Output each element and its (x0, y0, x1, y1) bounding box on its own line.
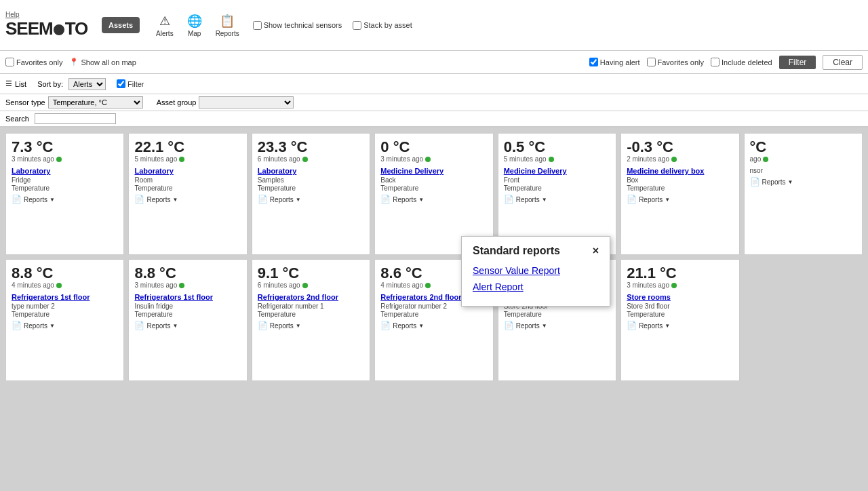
card-sensor-type: Temperature (504, 311, 610, 318)
reports-doc-icon: 📄 (627, 195, 637, 204)
card-location-link[interactable]: Refrigerators 1st floor (12, 293, 118, 301)
card-sensor-type: Temperature (380, 311, 487, 318)
reports-dropdown-button[interactable]: 📄 Reports ▼ (380, 195, 424, 204)
filter-checkbox-label[interactable]: Filter (117, 79, 144, 88)
reports-dropdown-button[interactable]: 📄 Reports ▼ (504, 195, 547, 204)
include-deleted-checkbox[interactable] (711, 58, 719, 66)
reports-chevron-icon: ▼ (172, 323, 178, 329)
reports-label: Reports (146, 196, 170, 203)
list-icon: ☰ (5, 79, 12, 88)
favorites-only-label[interactable]: Favorites only (5, 58, 62, 66)
card-location-link[interactable]: Laboratory (258, 167, 364, 175)
card-sublocation: Refrigerator number 1 (258, 302, 364, 310)
reports-doc-icon: 📄 (258, 321, 268, 330)
sortby-select[interactable]: Alerts (68, 78, 106, 90)
reports-dropdown-button[interactable]: 📄 Reports ▼ (627, 321, 670, 330)
reports-dropdown-button[interactable]: 📄 Reports ▼ (627, 195, 670, 204)
help-link[interactable]: Help (5, 11, 20, 18)
card-location-link[interactable]: Laboratory (134, 167, 241, 175)
favorites-only2-checkbox[interactable] (647, 58, 656, 66)
favorites-only2-label[interactable]: Favorites only (647, 58, 704, 66)
status-dot (56, 157, 62, 162)
reports-label: Reports (639, 196, 663, 203)
asset-card: 9.1 °C 6 minutes ago Refrigerators 2nd f… (252, 259, 370, 381)
filter-button[interactable]: Filter (779, 56, 816, 69)
reports-label: Reports (270, 322, 294, 330)
card-location-link[interactable]: Medicine delivery box (627, 167, 733, 175)
card-sublocation: Room (134, 176, 241, 184)
filter-row2: ☰ List Sort by: Alerts Filter (0, 74, 868, 94)
alerts-nav-button[interactable]: ⚠ Alerts (151, 11, 179, 40)
reports-dropdown-button[interactable]: 📄 Reports ▼ (380, 321, 424, 330)
show-technical-checkbox[interactable] (253, 21, 262, 30)
card-location-link[interactable]: Store rooms (627, 293, 733, 301)
reports-doc-icon: 📄 (380, 321, 391, 330)
asset-card: 7.3 °C 3 minutes ago Laboratory Fridge T… (5, 133, 124, 255)
reports-nav-button[interactable]: 📋 Reports (210, 11, 245, 40)
reports-dropdown-button[interactable]: 📄 Reports ▼ (134, 195, 178, 204)
card-sensor-type: Temperature (627, 311, 733, 318)
reports-doc-icon: 📄 (12, 195, 22, 204)
sensor-type-select[interactable]: Temperature, °C (48, 96, 143, 109)
card-sublocation: Box (627, 176, 733, 184)
reports-dropdown-button[interactable]: 📄 Reports ▼ (504, 321, 547, 330)
stack-by-asset-checkbox-label[interactable]: Stack by asset (353, 21, 412, 30)
card-temperature: 23.3 °C (258, 139, 364, 155)
reports-popup: Standard reports × Sensor Value Report A… (461, 236, 610, 307)
filter-row3: Sensor type Temperature, °C Asset group (0, 94, 868, 111)
card-sensor-type: Temperature (504, 184, 610, 192)
popup-title: Standard reports (473, 245, 560, 257)
show-technical-checkbox-label[interactable]: Show technical sensors (253, 21, 342, 30)
alert-report-link[interactable]: Alert Report (473, 281, 599, 292)
card-sensor-type: Temperature (134, 311, 241, 318)
status-dot (56, 283, 62, 288)
clear-button[interactable]: Clear (823, 55, 863, 70)
map-nav-button[interactable]: 🌐 Map (182, 11, 208, 40)
card-sublocation: Front (504, 176, 610, 184)
asset-group-select[interactable] (199, 96, 294, 109)
favorites-only-checkbox[interactable] (5, 58, 14, 66)
reports-doc-icon: 📄 (12, 321, 22, 330)
card-location-link[interactable]: Refrigerators 1st floor (134, 293, 241, 301)
card-sublocation: Insulin fridge (134, 302, 241, 310)
card-temperature: 8.8 °C (134, 265, 241, 281)
card-sensor-type: Temperature (12, 184, 118, 192)
asset-card: 21.1 °C 3 minutes ago Store rooms Store … (620, 259, 739, 381)
search-input[interactable] (35, 113, 116, 124)
reports-dropdown-button[interactable]: 📄 Reports ▼ (258, 195, 301, 204)
card-location-link[interactable]: Medicine Delivery (504, 167, 610, 175)
status-dot (302, 157, 308, 162)
card-time: 4 minutes ago (12, 281, 118, 289)
card-temperature: 22.1 °C (134, 139, 241, 155)
reports-chevron-icon: ▼ (542, 323, 547, 329)
reports-dropdown-button[interactable]: 📄 Reports ▼ (12, 195, 55, 204)
card-location-link[interactable]: Laboratory (12, 167, 118, 175)
card-sublocation: Back (380, 176, 487, 184)
having-alert-checkbox[interactable] (589, 58, 598, 66)
popup-header: Standard reports × (473, 245, 599, 257)
assets-button[interactable]: Assets (102, 17, 140, 33)
reports-doc-icon: 📄 (134, 195, 144, 204)
card-location-link[interactable]: Medicine Delivery (380, 167, 487, 175)
popup-close-button[interactable]: × (593, 245, 599, 257)
reports-doc-icon: 📄 (258, 195, 268, 204)
show-all-map-label[interactable]: 📍 Show all on map (69, 58, 136, 66)
reports-dropdown-button[interactable]: 📄 Reports ▼ (258, 321, 301, 330)
reports-dropdown-button[interactable]: 📄 Reports ▼ (134, 321, 178, 330)
reports-dropdown-button[interactable]: 📄 Reports ▼ (750, 177, 793, 186)
reports-chevron-icon: ▼ (296, 197, 301, 203)
include-deleted-label[interactable]: Include deleted (711, 58, 772, 66)
card-location-link[interactable]: Refrigerators 2nd floor (258, 293, 364, 301)
filter-checkbox[interactable] (117, 79, 125, 88)
nav-icons: ⚠ Alerts 🌐 Map 📋 Reports (151, 11, 245, 40)
status-dot (179, 283, 184, 288)
stack-by-asset-checkbox[interactable] (353, 21, 361, 30)
having-alert-label[interactable]: Having alert (589, 58, 640, 66)
card-temperature: -0.3 °C (627, 139, 733, 155)
card-sensor-type: Temperature (12, 311, 118, 318)
status-dot (425, 283, 431, 288)
reports-dropdown-button[interactable]: 📄 Reports ▼ (12, 321, 55, 330)
reports-doc-icon: 📄 (380, 195, 391, 204)
map-icon: 🌐 (187, 14, 202, 28)
sensor-value-report-link[interactable]: Sensor Value Report (473, 265, 599, 276)
